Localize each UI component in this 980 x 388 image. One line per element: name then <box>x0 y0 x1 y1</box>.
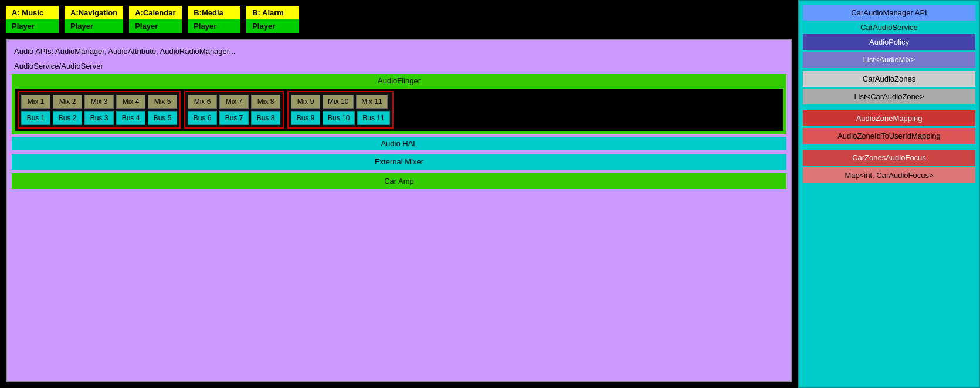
car-audio-service-label: CarAudioService <box>803 21 975 34</box>
app-navigation-top: A:Navigation <box>65 6 123 19</box>
app-music-top: A: Music <box>6 6 59 19</box>
audioflinger-container: AudioFlinger Mix 1 Mix 2 Mix 3 Mix 4 Mix… <box>12 74 786 134</box>
bus-3: Bus 3 <box>84 111 114 125</box>
app-media-top: B:Media <box>188 6 240 19</box>
car-zones-audio-focus: CarZonesAudioFocus <box>803 150 975 166</box>
app-card-calendar: A:Calendar Player <box>129 6 182 33</box>
audio-policy-section: AudioPolicy List<AudioMix> <box>803 34 975 68</box>
audio-zone-mapping-section: AudioZoneMapping AudioZoneIdToUserIdMapp… <box>803 110 975 144</box>
mix-4: Mix 4 <box>116 95 145 109</box>
external-mixer-label: External Mixer <box>375 157 423 166</box>
audio-apis-label: Audio APIs: AudioManager, AudioAttribute… <box>12 45 786 60</box>
car-audio-manager-api: CarAudioManager API <box>803 5 975 21</box>
list-car-audio-zone: List<CarAudioZone> <box>803 89 975 104</box>
left-panel: A: Music Player A:Navigation Player A:Ca… <box>0 0 798 388</box>
car-amp: Car Amp <box>12 173 786 189</box>
app-music-bottom: Player <box>6 19 59 33</box>
mix-group-2: Mix 6 Mix 7 Mix 8 Bus 6 Bus 7 Bus 8 <box>184 91 284 129</box>
audioflinger-label: AudioFlinger <box>15 76 783 85</box>
app-calendar-top: A:Calendar <box>129 6 182 19</box>
mix-8: Mix 8 <box>251 95 280 109</box>
audio-policy: AudioPolicy <box>803 34 975 50</box>
bus-10: Bus 10 <box>323 111 355 125</box>
car-audio-zones-section: CarAudioZones List<CarAudioZone> <box>803 71 975 104</box>
app-calendar-bottom: Player <box>129 19 182 33</box>
right-panel: CarAudioManager API CarAudioService Audi… <box>798 0 980 388</box>
mix-1: Mix 1 <box>21 95 50 109</box>
bus-11: Bus 11 <box>357 111 389 125</box>
mix-5: Mix 5 <box>148 95 177 109</box>
map-car-audio-focus: Map<int, CarAudioFocus> <box>803 167 975 183</box>
app-card-media: B:Media Player <box>188 6 240 33</box>
mix-group-1: Mix 1 Mix 2 Mix 3 Mix 4 Mix 5 Bus 1 Bus … <box>18 91 181 129</box>
audio-hal: Audio HAL <box>12 137 786 150</box>
bus-9: Bus 9 <box>291 111 320 125</box>
apps-row: A: Music Player A:Navigation Player A:Ca… <box>6 6 792 33</box>
app-alarm-bottom: Player <box>246 19 299 33</box>
audio-service-label: AudioService/AudioServer <box>12 60 786 74</box>
bus-6: Bus 6 <box>188 111 217 125</box>
bus-7: Bus 7 <box>219 111 249 125</box>
mix-7: Mix 7 <box>219 95 249 109</box>
app-alarm-top: B: Alarm <box>246 6 299 19</box>
mix-11: Mix 11 <box>356 95 387 109</box>
bus-1: Bus 1 <box>21 111 50 125</box>
audio-zone-mapping: AudioZoneMapping <box>803 110 975 126</box>
external-mixer: External Mixer <box>12 154 786 170</box>
audio-zone-id-mapping: AudioZoneIdToUserIdMapping <box>803 128 975 144</box>
bus-2: Bus 2 <box>53 111 82 125</box>
app-navigation-bottom: Player <box>65 19 123 33</box>
bus-8: Bus 8 <box>251 111 280 125</box>
diagram-area: Audio APIs: AudioManager, AudioAttribute… <box>6 39 792 382</box>
mix-3: Mix 3 <box>84 95 114 109</box>
bus-4: Bus 4 <box>116 111 145 125</box>
car-zones-audio-focus-section: CarZonesAudioFocus Map<int, CarAudioFocu… <box>803 150 975 183</box>
app-card-music: A: Music Player <box>6 6 59 33</box>
car-amp-label: Car Amp <box>384 177 414 185</box>
app-card-alarm: B: Alarm Player <box>246 6 299 33</box>
car-audio-zones: CarAudioZones <box>803 71 975 87</box>
bus-5: Bus 5 <box>148 111 177 125</box>
list-audio-mix: List<AudioMix> <box>803 52 975 68</box>
app-card-navigation: A:Navigation Player <box>65 6 123 33</box>
mix-6: Mix 6 <box>188 95 217 109</box>
mix-2: Mix 2 <box>53 95 82 109</box>
mix-9: Mix 9 <box>291 95 320 109</box>
mix-10: Mix 10 <box>323 95 354 109</box>
mix-group-3: Mix 9 Mix 10 Mix 11 Bus 9 Bus 10 Bus 11 <box>287 91 394 129</box>
audio-hal-label: Audio HAL <box>381 139 417 148</box>
app-media-bottom: Player <box>188 19 240 33</box>
